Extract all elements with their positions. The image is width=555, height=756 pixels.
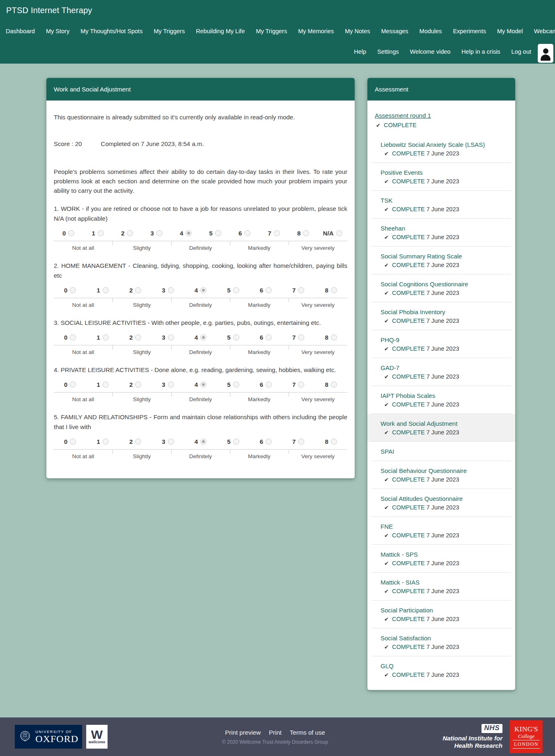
radio-button[interactable] bbox=[186, 230, 192, 236]
radio-option-7[interactable]: 7 bbox=[282, 334, 314, 341]
radio-option-0[interactable]: 0 bbox=[54, 287, 86, 294]
secondary-nav-item-help-in-a-crisis[interactable]: Help in a crisis bbox=[461, 48, 500, 55]
assessment-item-link[interactable]: Work and Social Adjustment bbox=[381, 420, 457, 427]
radio-button[interactable] bbox=[298, 287, 304, 293]
assessment-item-link[interactable]: Social Behaviour Questionnaire bbox=[381, 467, 467, 474]
radio-option-2[interactable]: 2 bbox=[119, 438, 151, 445]
radio-option-8[interactable]: 8 bbox=[315, 381, 347, 388]
primary-nav-item-my-triggers[interactable]: My Triggers bbox=[256, 28, 287, 34]
primary-nav-item-my-triggers[interactable]: My Triggers bbox=[154, 28, 185, 34]
assessment-item-link[interactable]: IAPT Phobia Scales bbox=[381, 392, 435, 399]
radio-button[interactable] bbox=[303, 230, 309, 236]
radio-option-2[interactable]: 2 bbox=[112, 230, 142, 237]
radio-button[interactable] bbox=[233, 334, 239, 340]
radio-option-1[interactable]: 1 bbox=[86, 381, 119, 388]
radio-button[interactable] bbox=[103, 334, 109, 340]
radio-option-0[interactable]: 0 bbox=[54, 381, 86, 388]
assessment-item-link[interactable]: Social Attitudes Questionnaire bbox=[381, 495, 463, 502]
radio-option-na[interactable]: N/A bbox=[318, 230, 348, 237]
radio-option-7[interactable]: 7 bbox=[282, 438, 314, 445]
primary-nav-item-experiments[interactable]: Experiments bbox=[453, 28, 486, 34]
radio-button[interactable] bbox=[200, 287, 206, 293]
radio-option-1[interactable]: 1 bbox=[86, 287, 119, 294]
secondary-nav-item-settings[interactable]: Settings bbox=[377, 48, 399, 55]
assessment-item-link[interactable]: Social Satisfaction bbox=[381, 635, 431, 642]
assessment-item-link[interactable]: Social Phobia Inventory bbox=[381, 308, 445, 315]
radio-option-1[interactable]: 1 bbox=[86, 438, 119, 445]
radio-option-7[interactable]: 7 bbox=[282, 381, 314, 388]
radio-option-3[interactable]: 3 bbox=[142, 230, 172, 237]
radio-button[interactable] bbox=[70, 439, 76, 445]
assessment-item-link[interactable]: FNE bbox=[381, 523, 393, 530]
radio-option-5[interactable]: 5 bbox=[217, 438, 249, 445]
radio-option-8[interactable]: 8 bbox=[315, 334, 347, 341]
radio-button[interactable] bbox=[168, 439, 174, 445]
radio-button[interactable] bbox=[70, 334, 76, 340]
primary-nav-item-my-memories[interactable]: My Memories bbox=[298, 28, 334, 34]
primary-nav-item-webcam[interactable]: Webcam bbox=[534, 28, 555, 34]
radio-option-3[interactable]: 3 bbox=[151, 334, 184, 341]
assessment-item-link[interactable]: Social Participation bbox=[381, 607, 433, 614]
radio-button[interactable] bbox=[331, 334, 337, 340]
radio-button[interactable] bbox=[70, 287, 76, 293]
radio-button[interactable] bbox=[68, 230, 74, 236]
assessment-round-link[interactable]: Assessment round 1 bbox=[375, 112, 431, 119]
primary-nav-item-my-story[interactable]: My Story bbox=[46, 28, 69, 34]
radio-option-4[interactable]: 4 bbox=[184, 381, 217, 388]
radio-button[interactable] bbox=[135, 439, 141, 445]
radio-button[interactable] bbox=[103, 439, 109, 445]
radio-option-3[interactable]: 3 bbox=[151, 287, 184, 294]
primary-nav-item-my-thoughts-hot-spots[interactable]: My Thoughts/Hot Spots bbox=[80, 28, 142, 34]
radio-option-4[interactable]: 4 bbox=[184, 438, 217, 445]
radio-button[interactable] bbox=[331, 381, 337, 388]
radio-button[interactable] bbox=[266, 287, 272, 293]
radio-button[interactable] bbox=[215, 230, 221, 236]
radio-button[interactable] bbox=[298, 439, 304, 445]
primary-nav-item-messages[interactable]: Messages bbox=[381, 28, 408, 34]
radio-button[interactable] bbox=[127, 230, 133, 236]
radio-option-5[interactable]: 5 bbox=[217, 334, 249, 341]
radio-button[interactable] bbox=[200, 334, 206, 340]
radio-button[interactable] bbox=[298, 334, 304, 340]
radio-button[interactable] bbox=[156, 230, 163, 236]
radio-option-0[interactable]: 0 bbox=[54, 334, 86, 341]
secondary-nav-item-log-out[interactable]: Log out bbox=[511, 48, 531, 55]
assessment-item-link[interactable]: GAD-7 bbox=[381, 364, 399, 371]
radio-option-3[interactable]: 3 bbox=[151, 438, 184, 445]
radio-option-6[interactable]: 6 bbox=[250, 438, 282, 445]
radio-button[interactable] bbox=[233, 439, 239, 445]
footer-link-terms-of-use[interactable]: Terms of use bbox=[290, 729, 325, 736]
radio-button[interactable] bbox=[298, 381, 304, 388]
primary-nav-item-my-model[interactable]: My Model bbox=[497, 28, 523, 34]
radio-button[interactable] bbox=[266, 334, 272, 340]
secondary-nav-item-help[interactable]: Help bbox=[354, 48, 366, 55]
radio-button[interactable] bbox=[168, 334, 174, 340]
radio-option-6[interactable]: 6 bbox=[250, 381, 282, 388]
radio-option-7[interactable]: 7 bbox=[282, 287, 314, 294]
radio-option-2[interactable]: 2 bbox=[119, 381, 151, 388]
primary-nav-item-rebuilding-my-life[interactable]: Rebuilding My Life bbox=[196, 28, 245, 34]
assessment-item-link[interactable]: SPAI bbox=[381, 448, 394, 455]
radio-option-5[interactable]: 5 bbox=[217, 381, 249, 388]
assessment-item-link[interactable]: Sheehan bbox=[381, 225, 405, 232]
radio-button[interactable] bbox=[331, 287, 337, 293]
radio-button[interactable] bbox=[233, 381, 239, 388]
radio-button[interactable] bbox=[135, 334, 141, 340]
radio-option-6[interactable]: 6 bbox=[250, 287, 282, 294]
assessment-item-link[interactable]: Positive Events bbox=[381, 169, 423, 176]
user-avatar[interactable] bbox=[538, 44, 553, 63]
radio-option-2[interactable]: 2 bbox=[119, 334, 151, 341]
radio-option-2[interactable]: 2 bbox=[119, 287, 151, 294]
radio-button[interactable] bbox=[266, 381, 272, 388]
assessment-item-link[interactable]: TSK bbox=[381, 197, 392, 204]
radio-button[interactable] bbox=[200, 381, 206, 388]
assessment-item-link[interactable]: Mattick - SIAS bbox=[381, 579, 420, 586]
radio-button[interactable] bbox=[135, 381, 141, 388]
radio-option-3[interactable]: 3 bbox=[151, 381, 184, 388]
primary-nav-item-my-notes[interactable]: My Notes bbox=[345, 28, 370, 34]
radio-option-1[interactable]: 1 bbox=[86, 334, 119, 341]
radio-option-0[interactable]: 0 bbox=[54, 230, 83, 237]
radio-button[interactable] bbox=[103, 287, 109, 293]
radio-button[interactable] bbox=[274, 230, 280, 236]
radio-option-4[interactable]: 4 bbox=[171, 230, 201, 237]
